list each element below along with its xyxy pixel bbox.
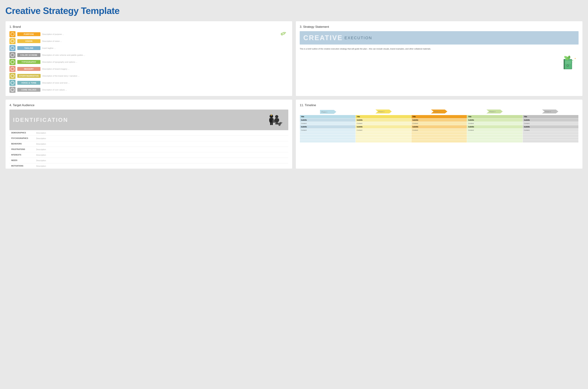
audience-table: DEMOGRAPHICS Description PSYCHOGRAPHICS … (9, 130, 288, 169)
timeline-table: Title Title Title Title Title Subtitle S… (300, 115, 579, 143)
audience-row-label: DEMOGRAPHICS (9, 130, 35, 136)
vision-badge-bg (9, 38, 15, 44)
tagline-desc: Insert tagline ... (42, 47, 56, 49)
audience-row-label: FRUSTRATIONS (9, 147, 35, 152)
timeline-cell: Subtitle (467, 118, 523, 122)
timeline-cell: Content (300, 122, 356, 125)
timeline-cell (300, 135, 356, 137)
timeline-cell (355, 140, 411, 143)
story-label: STORY/NARRATIVE (17, 74, 41, 78)
svg-rect-29 (276, 122, 277, 125)
svg-text:Phase 2: Phase 2 (379, 111, 384, 113)
table-row: DEMOGRAPHICS Description (9, 130, 288, 136)
timeline-content-row: Content Content Content Content Content (300, 129, 579, 132)
main-grid: 1. Brand ✏ PURPOSE Description of purpos… (5, 21, 583, 169)
imagery-badge-bg (9, 66, 15, 72)
audience-row-label: NEEDS (9, 158, 35, 163)
timeline-cell (523, 132, 579, 135)
timeline-cell: Subtitle (300, 118, 356, 122)
timeline-section-number: 11. (300, 103, 304, 107)
phase-1-arrow: Phase 1 (300, 110, 356, 114)
phase-2-arrow: Phase 2 (355, 110, 412, 113)
timeline-cell: Subtitle (411, 125, 467, 129)
timeline-cell: Content (355, 122, 411, 125)
typography-desc: Description of typography and options ..… (42, 61, 77, 63)
timeline-cell: Content (523, 129, 579, 132)
phase-5-arrow: Phase 5 (522, 110, 579, 113)
timeline-cell: Content (411, 122, 467, 125)
vision-desc: Description of vision ... (42, 40, 62, 42)
voice-circle-icon (10, 81, 14, 85)
brand-card: 1. Brand ✏ PURPOSE Description of purpos… (5, 21, 292, 96)
table-row: NEEDS Description (9, 158, 288, 163)
tagline-label: TAGLINE (17, 46, 40, 50)
svg-point-32 (280, 122, 282, 124)
audience-card: 4. Target Audience IDENTIFICATION (5, 99, 292, 169)
colorscheme-label: COLOR SCHEME (17, 53, 40, 57)
svg-rect-21 (270, 122, 271, 125)
timeline-phases-header: Phase 1 Phase 2 Phase 3 (300, 110, 579, 114)
timeline-cell: Title (300, 115, 356, 118)
timeline-cell (300, 137, 356, 140)
timeline-cell (523, 140, 579, 143)
voice-label: VOICE & TONE (17, 81, 40, 85)
phase-5-header: Phase 5 (522, 110, 579, 114)
brand-item-voice: VOICE & TONE Description of voice and to… (9, 80, 288, 86)
timeline-card-title: 11. Timeline (300, 103, 579, 107)
timeline-content-row: Content Content Content Content Content (300, 122, 579, 125)
timeline-cell: Content (355, 129, 411, 132)
brand-item-tagline: TAGLINE Insert tagline ... (9, 45, 288, 51)
purpose-label: PURPOSE (17, 32, 40, 36)
corevalues-desc: Description of core values ... (42, 89, 67, 91)
timeline-cell: Content (523, 122, 579, 125)
brand-item-typography: TYPOGRAPHY Description of typography and… (9, 59, 288, 65)
audience-row-desc: Description (35, 147, 288, 152)
svg-text:Phase 4: Phase 4 (489, 111, 495, 113)
svg-text:Phase 5: Phase 5 (545, 111, 551, 113)
svg-point-7 (567, 65, 568, 66)
purpose-circle-icon (10, 32, 14, 36)
tagline-circle-icon (10, 46, 14, 50)
imagery-label: IMAGERY (17, 67, 40, 71)
brand-item-story: STORY/NARRATIVE Description of the brand… (9, 73, 288, 79)
brand-section-number: 1. (9, 25, 12, 29)
timeline-cell: Subtitle (355, 125, 411, 129)
audience-section-number: 4. (9, 103, 12, 107)
table-row: INTERESTS Description (9, 152, 288, 158)
timeline-cell (523, 135, 579, 137)
audience-row-desc: Description (35, 158, 288, 163)
svg-rect-28 (278, 119, 279, 122)
story-circle-icon (10, 74, 14, 78)
timeline-cell (411, 137, 467, 140)
svg-point-11 (572, 60, 573, 61)
strategy-body-text: This is a brief outline of the creative … (300, 47, 579, 51)
purpose-badge-bg (9, 31, 15, 37)
timeline-cell: Title (355, 115, 411, 118)
svg-point-25 (275, 115, 278, 118)
timeline-cell: Title (523, 115, 579, 118)
timeline-cell: Subtitle (523, 118, 579, 122)
timeline-cell (355, 137, 411, 140)
timeline-cell (300, 132, 356, 135)
brand-item-corevalues: CORE VALUES Description of core values .… (9, 87, 288, 93)
svg-rect-2 (564, 59, 565, 69)
audience-card-title: 4. Target Audience (9, 103, 288, 107)
voice-desc: Description of voice and tone ... (42, 82, 70, 84)
svg-text:Phase 1: Phase 1 (321, 111, 327, 113)
typography-badge-bg (9, 59, 15, 65)
audience-row-label: PSYCHOGRAPHICS (9, 136, 35, 141)
strategy-illustration-svg: ★ (555, 53, 579, 71)
brand-item-colorscheme: COLOR SCHEME Description of color scheme… (9, 52, 288, 58)
svg-rect-1 (564, 60, 572, 69)
timeline-empty-row (300, 135, 579, 137)
corevalues-circle-icon (10, 88, 14, 92)
table-row: PSYCHOGRAPHICS Description (9, 136, 288, 141)
audience-header-banner: IDENTIFICATION (9, 110, 288, 130)
typography-circle-icon (10, 60, 14, 64)
timeline-card: 11. Timeline Phase 1 Phase 2 (296, 99, 583, 169)
timeline-cell (411, 132, 467, 135)
tagline-badge-bg (9, 45, 15, 51)
brand-section-name: Brand (13, 25, 21, 29)
svg-rect-33 (279, 125, 279, 126)
page-title: Creative Strategy Template (5, 5, 583, 16)
